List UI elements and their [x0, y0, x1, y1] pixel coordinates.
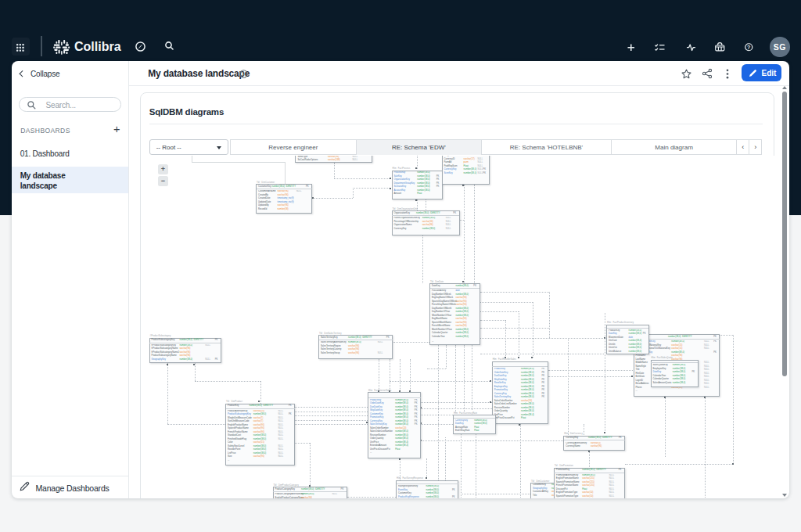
svg-text:?: ?	[747, 45, 750, 50]
